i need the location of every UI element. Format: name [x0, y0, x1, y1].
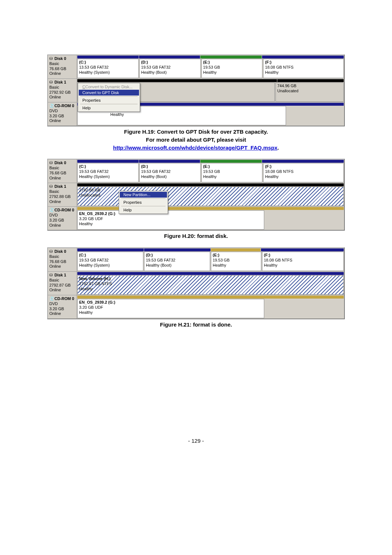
disk-icon: ⛁ — [49, 249, 54, 254]
disk1-type: Basic — [49, 278, 59, 282]
disk0-size: 76.68 GB — [49, 259, 66, 264]
unalloc-size: 744.96 GB — [277, 84, 297, 88]
disk0-row: ⛁Disk 0 Basic 76.68 GB Online (C:) 19.53… — [48, 248, 344, 272]
disk1-info[interactable]: ⛁Disk 1 Basic 2792.88 GB Online — [48, 183, 77, 206]
menu-properties[interactable]: Properties — [120, 199, 167, 205]
caption-fig21: Figure H.21: format is done. — [47, 321, 345, 329]
volC-label: (C:) — [79, 253, 86, 257]
volume-f[interactable]: (F:) 18.08 GB NTFS Healthy — [263, 163, 344, 182]
volE-line3: Healthy — [203, 70, 217, 74]
disk1-size: 2792.92 GB — [49, 90, 71, 94]
cdrom-title: CD-ROM 0 — [54, 104, 74, 108]
volume-f[interactable]: (F:) 18.08 GB NTFS Healthy — [263, 59, 344, 78]
cdrom-type: DVD — [49, 213, 58, 217]
volE-label: (E:) — [203, 60, 210, 64]
menu-convert-dynamic: CConvert to Dynamic Disk... — [79, 84, 139, 90]
volD-label: (D:) — [141, 60, 148, 64]
volume-c[interactable]: (C:) 19.53 GB FAT32 Healthy (System) — [77, 163, 139, 182]
volume-e[interactable]: (E:) 19.53 GB Healthy — [211, 252, 261, 271]
caption-fig20: Figure H.20: format disk. — [47, 232, 345, 240]
cdrom-volume[interactable]: EN_OS_2939.2 (G:) 3.20 GB UDF Healthy — [77, 210, 264, 230]
volume-h[interactable]: New Volume (H:) 2792.87 GB NTFS Healthy — [77, 275, 344, 295]
cdrom-size: 3.20 GB — [49, 114, 64, 118]
disk1-row: ⛁Disk 1 Basic 2792.92 GB Online 744.96 G… — [48, 79, 344, 102]
cd-vol-line3: Healthy — [79, 222, 93, 226]
cdrom-info[interactable]: 💿CD-ROM 0 DVD 3.20 GB Online — [48, 102, 77, 126]
caption-20: Figure H.20: format disk. — [164, 233, 228, 239]
volD-label: (D:) — [141, 164, 148, 169]
volume-c[interactable]: (C:) 13.53 GB FAT32 Healthy (System) — [77, 59, 139, 78]
disk1-info[interactable]: ⛁Disk 1 Basic 2792.92 GB Online — [48, 79, 77, 102]
disk1-size: 2792.88 GB — [49, 194, 71, 199]
disk-icon: ⛁ — [49, 161, 54, 166]
cd-vol-line3: Healthy — [79, 310, 93, 315]
disk-icon: ⛁ — [49, 273, 54, 278]
context-menu-fig20[interactable]: New Partition... Properties Help — [119, 191, 168, 214]
volC-line3: Healthy (System) — [79, 70, 110, 74]
volF-line3: Healthy — [265, 174, 278, 179]
cdrom-title: CD-ROM 0 — [54, 208, 74, 212]
cdrom-icon: 💿 — [49, 296, 54, 301]
gpt-faq-link[interactable]: http://www.microsoft.com/whdc/device/sto… — [113, 145, 277, 151]
volF-label: (F:) — [264, 253, 270, 257]
cd-healthy: Healthy — [110, 112, 124, 117]
caption-19a: Figure H.19: Convert to GPT Disk for ove… — [124, 129, 268, 135]
cd-vol-label: EN_OS_2939.2 (G:) — [79, 300, 115, 304]
unalloc-label: 2792.88 GB — [79, 188, 101, 192]
volF-line3: Healthy — [265, 70, 278, 74]
menu-properties[interactable]: Properties — [79, 97, 139, 103]
menu-help[interactable]: Help — [120, 207, 167, 213]
disk-management-panel-fig19: ⛁Disk 0 Basic 76.68 GB Online (C:) 13.53… — [47, 54, 345, 126]
caption-fig19: Figure H.19: Convert to GPT Disk for ove… — [47, 128, 345, 151]
context-menu-fig19[interactable]: CConvert to Dynamic Disk... Convert to G… — [78, 83, 140, 112]
disk0-info[interactable]: ⛁Disk 0 Basic 76.68 GB Online — [48, 159, 77, 183]
menu-help[interactable]: Help — [79, 105, 139, 111]
disk0-info[interactable]: ⛁Disk 0 Basic 76.68 GB Online — [48, 248, 77, 271]
disk-management-panel-fig21: ⛁Disk 0 Basic 76.68 GB Online (C:) 19.53… — [47, 247, 345, 319]
disk1-status: Online — [49, 95, 61, 99]
volE-label: (E:) — [213, 253, 219, 257]
volC-line2: 13.53 GB FAT32 — [79, 65, 109, 69]
disk1-title: Disk 1 — [54, 273, 66, 277]
disk0-size: 76.68 GB — [49, 66, 66, 71]
disk1-status: Online — [49, 199, 61, 204]
menu-new-partition[interactable]: New Partition... — [120, 192, 167, 198]
disk0-status: Online — [49, 176, 61, 180]
volE-line3: Healthy — [203, 174, 217, 179]
volE-line2: 19.53 GB — [203, 169, 220, 174]
cdrom-size: 3.20 GB — [49, 307, 64, 311]
unallocated-region-2[interactable]: 744.96 GB Unallocated — [275, 82, 344, 102]
volD-label: (D:) — [146, 253, 153, 257]
disk0-title: Disk 0 — [54, 249, 66, 254]
volume-c[interactable]: (C:) 19.53 GB FAT32 Healthy (System) — [77, 252, 143, 271]
volume-e[interactable]: (E:) 19.53 GB Healthy — [201, 59, 263, 78]
volD-line3: Healthy (Boot) — [141, 70, 167, 74]
volD-line2: 19.53 GB FAT32 — [141, 169, 171, 174]
disk-icon: ⛁ — [49, 56, 54, 61]
cdrom-status: Online — [49, 118, 61, 123]
unalloc-status: Unallocated — [277, 89, 298, 93]
volE-line3: Healthy — [213, 263, 226, 267]
cdrom-volume[interactable]: EN_OS_2939.2 (G:) 3.20 GB UDF Healthy — [77, 299, 264, 318]
volE-line2: 19.53 GB — [203, 65, 220, 69]
disk0-status: Online — [49, 71, 61, 76]
cdrom-info[interactable]: 💿CD-ROM 0 DVD 3.20 GB Online — [48, 295, 77, 319]
volF-line2: 18.08 GB NTFS — [265, 169, 293, 174]
volume-d[interactable]: (D:) 19.53 GB FAT32 Healthy (Boot) — [144, 252, 210, 271]
volH-line3: Healthy — [79, 287, 93, 291]
disk1-info[interactable]: ⛁Disk 1 Basic 2792.87 GB Online — [48, 272, 77, 295]
volume-e[interactable]: (E:) 19.53 GB Healthy — [201, 163, 263, 182]
disk1-title: Disk 1 — [54, 80, 66, 84]
cd-vol-line2: 3.20 GB UDF — [79, 305, 103, 309]
unallocated-region[interactable]: 2792.88 GB Unallocated — [77, 187, 344, 206]
cdrom-info[interactable]: 💿CD-ROM 0 DVD 3.20 GB Online — [48, 207, 77, 230]
volume-d[interactable]: (D:) 19.53 GB FAT32 Healthy (Boot) — [139, 59, 201, 78]
volume-f[interactable]: (F:) 18.08 GB NTFS Healthy — [262, 252, 344, 271]
disk0-type: Basic — [49, 166, 59, 170]
volume-d[interactable]: (D:) 19.53 GB FAT32 Healthy (Boot) — [139, 163, 201, 182]
volD-line3: Healthy (Boot) — [146, 263, 171, 267]
volF-line2: 18.08 GB NTFS — [265, 65, 293, 69]
disk0-info[interactable]: ⛁Disk 0 Basic 76.68 GB Online — [48, 55, 77, 78]
menu-convert-gpt[interactable]: Convert to GPT Disk — [79, 90, 139, 96]
disk-management-panel-fig20: ⛁Disk 0 Basic 76.68 GB Online (C:) 19.53… — [47, 159, 345, 231]
